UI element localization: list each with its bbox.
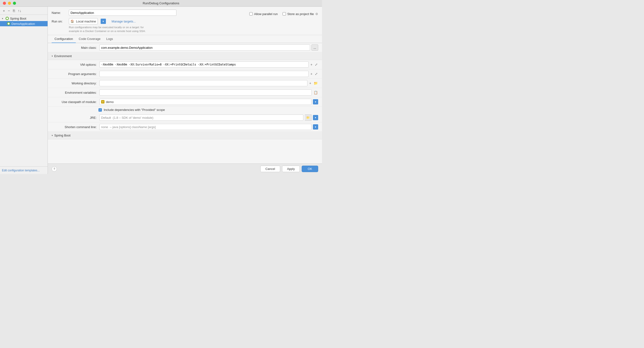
sort-config-button[interactable]: ↑↓ xyxy=(17,8,22,13)
program-args-expand-button[interactable]: ⤢ xyxy=(314,72,318,76)
include-deps-row: ✓ Include dependencies with "Provided" s… xyxy=(48,106,322,113)
shorten-select[interactable]: none – java [options] className [args] xyxy=(100,124,312,130)
environment-arrow-icon: ▾ xyxy=(52,55,53,57)
help-button[interactable]: ? xyxy=(52,166,57,172)
apply-button[interactable]: Apply xyxy=(282,166,300,172)
store-as-project-checkbox[interactable] xyxy=(282,12,286,16)
module-select[interactable]: M demo xyxy=(100,99,312,105)
run-on-dropdown-btn[interactable]: ▾ xyxy=(101,19,106,24)
spring-boot-group-label: Spring Boot xyxy=(10,17,26,20)
env-vars-row: Environment variables: 📋 xyxy=(48,88,322,97)
working-dir-add-button[interactable]: + xyxy=(309,81,312,86)
vm-options-label: VM options: xyxy=(52,63,100,66)
copy-config-button[interactable]: ⎘ xyxy=(12,8,16,13)
program-args-value-container: + ⤢ xyxy=(100,71,318,77)
tab-logs[interactable]: Logs xyxy=(103,35,116,43)
spring-boot-group-icon xyxy=(5,16,9,20)
tabs-bar: Configuration Code Coverage Logs xyxy=(48,35,322,43)
run-on-select[interactable]: 🏠 Local machine xyxy=(69,18,98,24)
main-class-input[interactable] xyxy=(100,44,310,51)
shorten-dropdown-btn[interactable]: ▾ xyxy=(313,124,318,130)
run-hint: Run configurations may be executed local… xyxy=(69,25,318,33)
working-dir-row: Working directory: + 📁 xyxy=(48,79,322,88)
minimize-button[interactable] xyxy=(8,2,11,5)
maximize-button[interactable] xyxy=(13,2,16,5)
spring-app-icon xyxy=(7,22,10,25)
vm-options-add-button[interactable]: + xyxy=(310,62,313,67)
store-as-project-option[interactable]: Store as project file ⚙ xyxy=(282,12,318,16)
spring-icon xyxy=(6,17,9,20)
include-deps-checkbox[interactable]: ✓ xyxy=(98,108,102,112)
shorten-value-container: none – java [options] className [args] ▾ xyxy=(100,124,318,130)
name-row-container: Name: Allow parallel run Store as projec… xyxy=(52,10,318,18)
title-bar: Run/Debug Configurations xyxy=(0,0,322,7)
spring-boot-arrow-icon: ▾ xyxy=(52,134,53,137)
spring-boot-group-header[interactable]: ▾ Spring Boot xyxy=(0,16,48,21)
demo-app-icon xyxy=(7,22,10,26)
jre-label: JRE: xyxy=(52,116,100,120)
module-icon: M xyxy=(101,100,104,104)
run-on-label: Run on: xyxy=(52,20,66,23)
tree-arrow-icon: ▾ xyxy=(2,17,4,20)
jre-value-container: Default (1.8 – SDK of 'demo' module) 📁 ▾ xyxy=(100,114,318,121)
sidebar-toolbar: + − ⎘ ↑↓ xyxy=(0,7,48,15)
main-class-label: Main class: xyxy=(52,46,100,50)
jre-dropdown-btn[interactable]: ▾ xyxy=(313,115,318,120)
classpath-value-container: M demo ▾ xyxy=(100,99,318,105)
shorten-text: none – java [options] className [args] xyxy=(101,125,310,129)
sidebar-footer: Edit configuration templates... xyxy=(0,166,48,174)
shorten-label: Shorten command line: xyxy=(52,125,100,129)
edit-config-templates-link[interactable]: Edit configuration templates... xyxy=(2,169,40,172)
program-args-input[interactable] xyxy=(100,71,308,77)
env-vars-input[interactable] xyxy=(100,90,312,96)
main-content: Name: Allow parallel run Store as projec… xyxy=(48,7,322,174)
shorten-none-label: none xyxy=(101,125,108,129)
jre-folder-button[interactable]: 📁 xyxy=(305,114,312,121)
jre-hint: (1.8 – SDK of 'demo' module) xyxy=(113,116,154,120)
window-controls[interactable] xyxy=(3,2,16,5)
main-class-value-container: ... xyxy=(100,44,318,51)
gear-icon[interactable]: ⚙ xyxy=(315,12,318,16)
add-config-button[interactable]: + xyxy=(2,8,6,13)
tab-code-coverage[interactable]: Code Coverage xyxy=(76,35,103,43)
jre-text: Default (1.8 – SDK of 'demo' module) xyxy=(101,116,302,120)
config-header: Name: Allow parallel run Store as projec… xyxy=(48,7,322,35)
spring-boot-group: ▾ Spring Boot DemoApplication xyxy=(0,16,48,26)
classpath-label: Use classpath of module: xyxy=(52,100,100,104)
vm-options-input[interactable] xyxy=(100,62,308,68)
config-form: Main class: ... ▾ Environment VM options… xyxy=(48,43,322,164)
sidebar-tree: ▾ Spring Boot DemoApplication xyxy=(0,15,48,166)
working-dir-folder-button[interactable]: 📁 xyxy=(313,81,318,86)
header-options: Allow parallel run Store as project file… xyxy=(249,12,318,16)
jre-default-label: Default xyxy=(101,116,111,120)
environment-section-header[interactable]: ▾ Environment xyxy=(48,52,322,60)
sidebar-item-demo-application[interactable]: DemoApplication xyxy=(0,21,48,26)
store-as-project-label: Store as project file xyxy=(287,12,314,16)
environment-label: Environment xyxy=(54,54,72,58)
close-button[interactable] xyxy=(3,2,6,5)
allow-parallel-checkbox[interactable] xyxy=(249,12,253,16)
include-deps-label: Include dependencies with "Provided" sco… xyxy=(104,108,165,112)
remove-config-button[interactable]: − xyxy=(7,8,11,13)
ok-button[interactable]: OK xyxy=(302,166,318,172)
sidebar: + − ⎘ ↑↓ ▾ Spring Boot DemoApplication xyxy=(0,7,48,174)
manage-targets-link[interactable]: Manage targets... xyxy=(112,20,136,23)
allow-parallel-option[interactable]: Allow parallel run xyxy=(249,12,278,16)
classpath-dropdown-btn[interactable]: ▾ xyxy=(313,99,318,104)
tab-configuration[interactable]: Configuration xyxy=(52,35,76,43)
jre-select[interactable]: Default (1.8 – SDK of 'demo' module) xyxy=(100,114,303,121)
env-vars-label: Environment variables: xyxy=(52,91,100,94)
env-vars-edit-button[interactable]: 📋 xyxy=(313,90,318,95)
shorten-row: Shorten command line: none – java [optio… xyxy=(48,122,322,132)
vm-options-expand-button[interactable]: ⤢ xyxy=(314,62,318,67)
working-dir-value-container: + 📁 xyxy=(100,80,318,86)
name-input[interactable] xyxy=(69,10,176,16)
program-args-add-button[interactable]: + xyxy=(310,72,313,76)
cancel-button[interactable]: Cancel xyxy=(260,166,280,172)
vm-options-value-container: + ⤢ xyxy=(100,62,318,68)
shorten-hint: – java [options] className [args] xyxy=(110,125,156,129)
spring-boot-section-header[interactable]: ▾ Spring Boot xyxy=(48,132,322,139)
name-label: Name: xyxy=(52,11,66,14)
main-class-browse-button[interactable]: ... xyxy=(312,44,318,51)
working-dir-input[interactable] xyxy=(100,80,308,86)
